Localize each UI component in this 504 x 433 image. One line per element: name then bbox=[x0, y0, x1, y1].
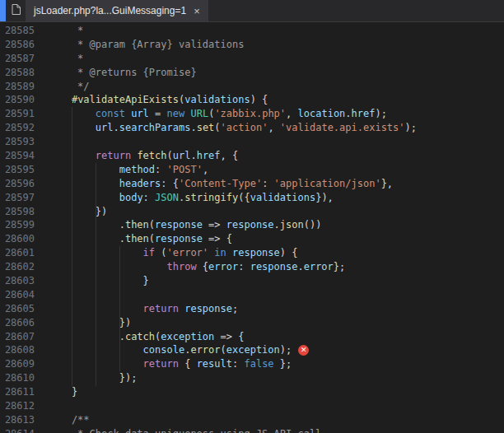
code-text: * bbox=[48, 52, 83, 66]
code-text: * @param {Array} validations bbox=[48, 38, 244, 52]
file-icon bbox=[12, 3, 21, 18]
tab-title: jsLoader.php?la...GuiMessaging=1 bbox=[34, 5, 186, 16]
code-line: 28604 bbox=[0, 288, 504, 302]
navigator-toggle-button[interactable] bbox=[6, 0, 26, 21]
code-line: 28594 return fetch(url.href, { bbox=[0, 149, 504, 163]
code-text: headers: {'Content-Type': 'application/j… bbox=[48, 177, 393, 191]
code-text: body: JSON.stringify({validations}), bbox=[48, 191, 334, 205]
indent-guide bbox=[72, 107, 72, 386]
line-number[interactable]: 28594 bbox=[0, 149, 35, 163]
code-text: /** bbox=[48, 413, 90, 427]
line-number[interactable]: 28593 bbox=[0, 135, 35, 149]
code-line: 28585 * bbox=[0, 24, 504, 38]
code-text: .then(response => { bbox=[48, 232, 232, 246]
code-line: 28610 }); bbox=[0, 371, 504, 385]
code-text: * @returns {Promise} bbox=[48, 66, 197, 80]
line-number[interactable]: 28611 bbox=[0, 385, 35, 399]
code-text: #validateApiExists(validations) { bbox=[48, 93, 268, 107]
code-text: return { result: false }; bbox=[48, 357, 292, 371]
code-text: const url = new URL('zabbix.php', locati… bbox=[48, 107, 387, 121]
line-number[interactable]: 28590 bbox=[0, 93, 35, 107]
code-line: 28588 * @returns {Promise} bbox=[0, 66, 504, 80]
line-number[interactable]: 28603 bbox=[0, 274, 35, 288]
code-text: if ('error' in response) { bbox=[48, 246, 297, 260]
code-line: 28606 }) bbox=[0, 316, 504, 330]
code-line: 28597 body: JSON.stringify({validations}… bbox=[0, 191, 504, 205]
tab-bar: jsLoader.php?la...GuiMessaging=1 × bbox=[0, 0, 504, 22]
code-text: * bbox=[48, 24, 83, 38]
code-line: 28605 return response; bbox=[0, 302, 504, 316]
code-text: console.error(exception);✕ bbox=[48, 343, 309, 357]
code-text: return fetch(url.href, { bbox=[48, 149, 238, 163]
line-number[interactable]: 28596 bbox=[0, 177, 35, 191]
code-text: .then(response => response.json()) bbox=[48, 218, 321, 232]
code-text: .catch(exception => { bbox=[48, 330, 244, 344]
source-file-tab[interactable]: jsLoader.php?la...GuiMessaging=1 × bbox=[26, 0, 208, 21]
code-line: 28608 console.error(exception);✕ bbox=[0, 343, 504, 357]
code-text: }) bbox=[48, 316, 131, 330]
line-number[interactable]: 28585 bbox=[0, 24, 35, 38]
line-number[interactable]: 28609 bbox=[0, 357, 35, 371]
line-number[interactable]: 28600 bbox=[0, 232, 35, 246]
line-number[interactable]: 28606 bbox=[0, 316, 35, 330]
code-text: }) bbox=[48, 205, 107, 219]
line-number[interactable]: 28586 bbox=[0, 38, 35, 52]
code-line: 28601 if ('error' in response) { bbox=[0, 246, 504, 260]
devtools-sources-panel: jsLoader.php?la...GuiMessaging=1 × 28585… bbox=[0, 0, 504, 433]
line-number[interactable]: 28587 bbox=[0, 52, 35, 66]
line-number[interactable]: 28613 bbox=[0, 413, 35, 427]
line-number[interactable]: 28599 bbox=[0, 218, 35, 232]
code-text: } bbox=[48, 385, 77, 399]
code-editor[interactable]: 28585 *28586 * @param {Array} validation… bbox=[0, 22, 504, 433]
code-line: 28611 } bbox=[0, 385, 504, 399]
code-line: 28589 */ bbox=[0, 80, 504, 94]
line-number[interactable]: 28602 bbox=[0, 260, 35, 274]
indent-guide bbox=[96, 163, 96, 386]
line-number[interactable]: 28589 bbox=[0, 80, 35, 94]
code-line: 28598 }) bbox=[0, 205, 504, 219]
code-line: 28591 const url = new URL('zabbix.php', … bbox=[0, 107, 504, 121]
line-number[interactable]: 28597 bbox=[0, 191, 35, 205]
line-number[interactable]: 28598 bbox=[0, 205, 35, 219]
code-text: } bbox=[48, 274, 149, 288]
line-number[interactable]: 28604 bbox=[0, 288, 35, 302]
code-line: 28609 return { result: false }; bbox=[0, 357, 504, 371]
code-line: 28607 .catch(exception => { bbox=[0, 330, 504, 344]
code-line: 28614 * Check data uniqueness using JS A… bbox=[0, 427, 504, 433]
code-line: 28590 #validateApiExists(validations) { bbox=[0, 93, 504, 107]
code-text: * Check data uniqueness using JS API cal… bbox=[48, 427, 321, 433]
line-number[interactable]: 28612 bbox=[0, 399, 35, 413]
code-text: }); bbox=[48, 371, 137, 385]
code-line: 28587 * bbox=[0, 52, 504, 66]
code-line: 28612 bbox=[0, 399, 504, 413]
code-line: 28602 throw {error: response.error}; bbox=[0, 260, 504, 274]
code-lines: 28585 *28586 * @param {Array} validation… bbox=[0, 24, 504, 433]
code-line: 28613 /** bbox=[0, 413, 504, 427]
code-line: 28593 bbox=[0, 135, 504, 149]
code-text: throw {error: response.error}; bbox=[48, 260, 345, 274]
left-edge-accent bbox=[0, 0, 6, 21]
line-number[interactable]: 28595 bbox=[0, 163, 35, 177]
line-number[interactable]: 28610 bbox=[0, 371, 35, 385]
code-text: */ bbox=[48, 80, 90, 94]
code-line: 28603 } bbox=[0, 274, 504, 288]
line-number[interactable]: 28588 bbox=[0, 66, 35, 80]
line-number[interactable]: 28605 bbox=[0, 302, 35, 316]
line-number[interactable]: 28601 bbox=[0, 246, 35, 260]
line-number[interactable]: 28608 bbox=[0, 343, 35, 357]
tab-close-icon[interactable]: × bbox=[194, 6, 200, 16]
code-line: 28596 headers: {'Content-Type': 'applica… bbox=[0, 177, 504, 191]
line-number[interactable]: 28614 bbox=[0, 427, 35, 433]
line-number[interactable]: 28607 bbox=[0, 330, 35, 344]
code-line: 28600 .then(response => { bbox=[0, 232, 504, 246]
code-line: 28595 method: 'POST', bbox=[0, 163, 504, 177]
line-number[interactable]: 28591 bbox=[0, 107, 35, 121]
indent-guide bbox=[119, 246, 120, 371]
line-number[interactable]: 28592 bbox=[0, 121, 35, 135]
error-icon[interactable]: ✕ bbox=[298, 345, 309, 356]
code-line: 28599 .then(response => response.json()) bbox=[0, 218, 504, 232]
code-text: url.searchParams.set('action', 'validate… bbox=[48, 121, 417, 135]
code-line: 28592 url.searchParams.set('action', 'va… bbox=[0, 121, 504, 135]
code-line: 28586 * @param {Array} validations bbox=[0, 38, 504, 52]
code-text: return response; bbox=[48, 302, 238, 316]
